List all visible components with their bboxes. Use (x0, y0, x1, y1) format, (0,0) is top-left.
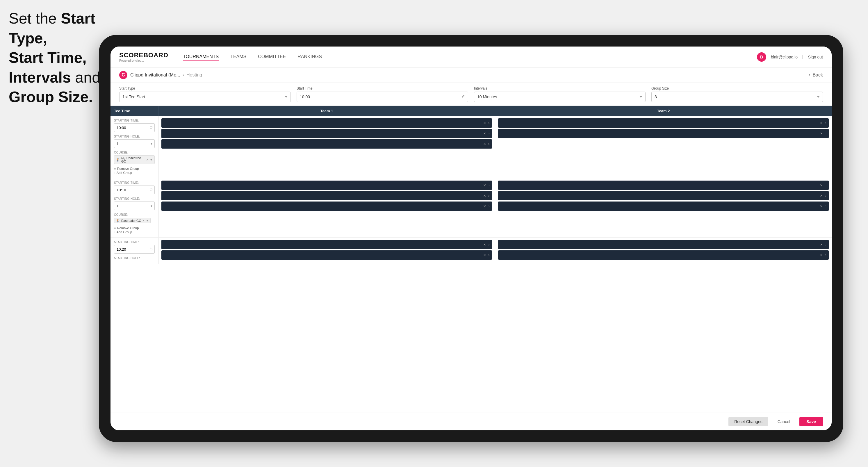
player-o-1-1[interactable]: ○ (488, 121, 490, 125)
player-x-3-2[interactable]: ✕ (483, 194, 486, 198)
starting-hole-select-2[interactable]: 1 (114, 201, 155, 210)
breadcrumb-bar: C Clippd Invitational (Mo... › Hosting ‹… (111, 67, 832, 83)
player-o-3-1[interactable]: ○ (488, 184, 490, 187)
breadcrumb-org[interactable]: Clippd Invitational (Mo... (130, 72, 180, 77)
player-x-3-1[interactable]: ✕ (483, 184, 486, 187)
clock-icon: ⏱ (462, 94, 466, 99)
table-header: Tee Time Team 1 Team 2 (111, 106, 832, 116)
org-logo: C (119, 71, 127, 79)
player-x-6-1[interactable]: ✕ (820, 243, 823, 247)
player-o-4-3[interactable]: ○ (825, 205, 827, 208)
player-o-5-2[interactable]: ○ (488, 253, 490, 257)
start-type-select[interactable]: 1st Tee Start (119, 92, 291, 102)
group-size-select[interactable]: 3 (651, 92, 823, 102)
course-section-1: 🏌 (A) Peachtree GC ✕ ▼ (114, 155, 155, 165)
player-x-2-2[interactable]: ✕ (820, 132, 823, 135)
player-o-1-3[interactable]: ○ (488, 142, 490, 146)
back-button[interactable]: ‹ Back (809, 72, 823, 77)
remove-group-link-1[interactable]: ○ Remove Group (114, 167, 155, 170)
nav-teams[interactable]: TEAMS (230, 53, 246, 61)
player-row-4-2: ✕ ○ (498, 191, 829, 200)
player-x-5-2[interactable]: ✕ (483, 253, 486, 257)
nav-rankings[interactable]: RANKINGS (298, 53, 322, 61)
course-remove-1[interactable]: ✕ (146, 158, 149, 161)
team2-1: ✕ ○ ✕ ○ (495, 116, 832, 178)
starting-time-wrap-2: ⏱ (114, 186, 155, 194)
main-content: STARTING TIME: ⏱ STARTING HOLE: 1 ▼ COUR… (111, 116, 832, 413)
tablet-frame: SCOREBOARD Powered by clipp... TOURNAMEN… (99, 35, 843, 442)
starting-time-input-1[interactable] (114, 123, 155, 132)
logo-text: SCOREBOARD (119, 52, 168, 59)
player-row-2-1: ✕ ○ (498, 118, 829, 128)
clock-icon-1: ⏱ (150, 126, 153, 130)
player-x-4-3[interactable]: ✕ (820, 205, 823, 208)
action-links-1: ○ Remove Group + Add Group (114, 167, 155, 175)
player-o-2-2[interactable]: ○ (825, 132, 827, 135)
cancel-button[interactable]: Cancel (772, 417, 796, 426)
player-o-3-2[interactable]: ○ (488, 194, 490, 197)
player-x-6-2[interactable]: ✕ (820, 253, 823, 257)
player-o-5-1[interactable]: ○ (488, 243, 490, 246)
player-row-6-2: ✕ ○ (498, 250, 829, 260)
player-o-4-1[interactable]: ○ (825, 184, 827, 187)
player-o-6-1[interactable]: ○ (825, 243, 827, 246)
player-o-6-2[interactable]: ○ (825, 253, 827, 257)
player-x-1-1[interactable]: ✕ (483, 121, 486, 125)
logo-sub: Powered by clipp... (119, 59, 168, 62)
starting-time-wrap-3: ⏱ (114, 245, 155, 254)
starting-hole-label-2: STARTING HOLE: (114, 197, 155, 200)
player-x-1-2[interactable]: ✕ (483, 132, 486, 135)
starting-time-input-3[interactable] (114, 245, 155, 254)
player-x-2-1[interactable]: ✕ (820, 121, 823, 125)
player-row-4-1: ✕ ○ (498, 181, 829, 190)
back-arrow-icon: ‹ (809, 72, 810, 77)
nav-tournaments[interactable]: TOURNAMENTS (183, 53, 219, 61)
remove-group-link-2[interactable]: ○ Remove Group (114, 226, 155, 230)
starting-time-input-2[interactable] (114, 186, 155, 194)
player-x-3-3[interactable]: ✕ (483, 205, 486, 208)
start-time-input[interactable] (297, 92, 468, 102)
group-right-3: ✕ ○ ✕ ○ ✕ ○ ✕ (158, 238, 832, 264)
player-o-4-2[interactable]: ○ (825, 194, 827, 197)
nav-committee[interactable]: COMMITTEE (258, 53, 286, 61)
course-remove-2[interactable]: ✕ (142, 219, 145, 222)
player-x-5-1[interactable]: ✕ (483, 243, 486, 247)
intervals-select[interactable]: 10 Minutes (474, 92, 646, 102)
course-name-2: East Lake GC (121, 219, 141, 222)
settings-bar: Start Type 1st Tee Start Start Time ⏱ In… (111, 83, 832, 106)
clock-icon-2: ⏱ (150, 188, 153, 192)
player-row-2-2: ✕ ○ (498, 129, 829, 138)
add-group-link-2[interactable]: + Add Group (114, 230, 155, 234)
sign-out-link[interactable]: Sign out (808, 55, 823, 59)
player-row-3-3: ✕ ○ (161, 201, 492, 211)
player-row-5-2: ✕ ○ (161, 250, 492, 260)
player-o-1-2[interactable]: ○ (488, 132, 490, 135)
user-avatar: B (757, 52, 766, 62)
separator: | (802, 55, 803, 59)
save-button[interactable]: Save (799, 417, 823, 426)
starting-hole-select-1[interactable]: 1 (114, 139, 155, 148)
player-row-1-3: ✕ ○ (161, 139, 492, 149)
add-group-link-1[interactable]: + Add Group (114, 171, 155, 175)
starting-hole-label-3: STARTING HOLE: (114, 256, 155, 260)
group-left-2: STARTING TIME: ⏱ STARTING HOLE: 1 ▼ COUR… (111, 178, 158, 237)
start-type-label: Start Type (119, 86, 291, 90)
group-row-1: STARTING TIME: ⏱ STARTING HOLE: 1 ▼ COUR… (111, 116, 832, 178)
course-label-1: COURSE: (114, 151, 155, 154)
reset-button[interactable]: Reset Changes (728, 417, 768, 426)
player-o-3-3[interactable]: ○ (488, 205, 490, 208)
team1-1: ✕ ○ ✕ ○ ✕ ○ (158, 116, 495, 178)
player-x-4-1[interactable]: ✕ (820, 184, 823, 187)
course-expand-1[interactable]: ▼ (150, 158, 153, 161)
start-time-label: Start Time (297, 86, 468, 90)
instruction-panel: Set the Start Type, Start Time, Interval… (9, 9, 102, 107)
tablet-screen: SCOREBOARD Powered by clipp... TOURNAMEN… (111, 46, 832, 430)
player-x-4-2[interactable]: ✕ (820, 194, 823, 198)
player-o-2-1[interactable]: ○ (825, 121, 827, 125)
group-row-2: STARTING TIME: ⏱ STARTING HOLE: 1 ▼ COUR… (111, 178, 832, 238)
th-team1: Team 1 (158, 106, 495, 116)
course-expand-2[interactable]: ▼ (146, 219, 149, 222)
player-x-1-3[interactable]: ✕ (483, 142, 486, 146)
course-label-2: COURSE: (114, 213, 155, 216)
team1-2: ✕ ○ ✕ ○ ✕ ○ (158, 178, 495, 237)
